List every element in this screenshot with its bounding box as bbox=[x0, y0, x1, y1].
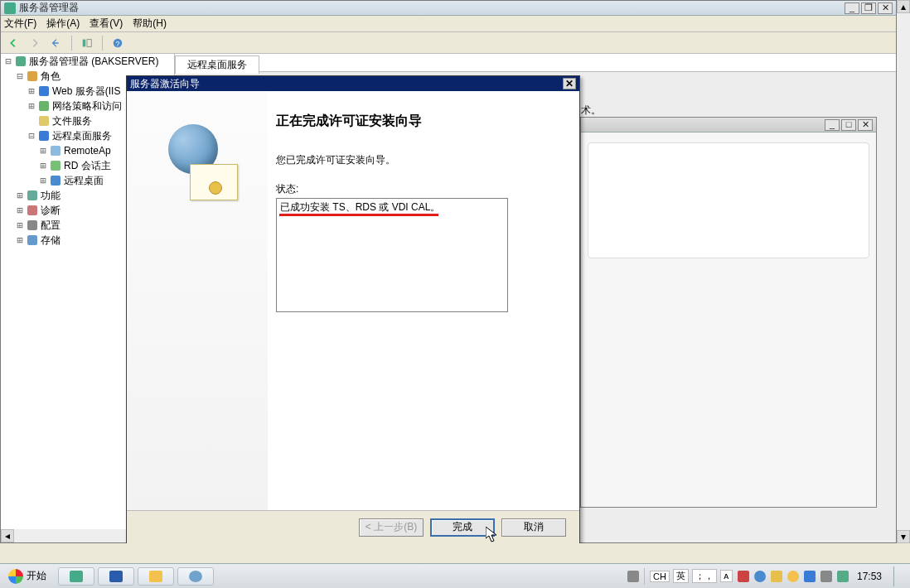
expand-icon[interactable]: ⊟ bbox=[26, 130, 37, 142]
tray-alert-icon[interactable] bbox=[771, 571, 782, 582]
wizard-message: 您已完成许可证安装向导。 bbox=[276, 153, 563, 167]
wizard-dialog: 服务器激活向导 ✕ 正在完成许可证安装向导 您已完成许可证安装向导。 状态: 已… bbox=[126, 75, 580, 544]
tray-help-icon[interactable] bbox=[754, 571, 766, 582]
close-button[interactable]: ✕ bbox=[878, 2, 893, 14]
expand-icon[interactable]: ⊞ bbox=[14, 234, 26, 246]
features-icon bbox=[26, 190, 39, 201]
close-button[interactable]: ✕ bbox=[858, 119, 873, 131]
expand-icon[interactable]: ⊞ bbox=[26, 100, 37, 112]
clock[interactable]: 17:53 bbox=[854, 571, 885, 582]
rds-icon bbox=[37, 130, 51, 142]
status-box: 已成功安装 TS、RDS 或 VDI CAL。 bbox=[276, 198, 508, 312]
ime-ch[interactable]: CH bbox=[650, 571, 670, 582]
menu-file[interactable]: 文件(F) bbox=[4, 17, 36, 31]
finish-button[interactable]: 完成 bbox=[430, 518, 495, 537]
scroll-down-icon[interactable]: ▾ bbox=[897, 530, 910, 543]
tray-shield-icon[interactable] bbox=[738, 571, 749, 582]
menu-action[interactable]: 操作(A) bbox=[46, 17, 80, 31]
expand-icon[interactable]: ⊞ bbox=[37, 160, 49, 171]
close-button[interactable]: ✕ bbox=[563, 78, 576, 89]
minimize-button[interactable]: _ bbox=[845, 2, 859, 14]
tree-files[interactable]: 文件服务 bbox=[52, 114, 92, 128]
toolbar: ? bbox=[1, 32, 896, 54]
iis-icon bbox=[37, 85, 51, 97]
nap-icon bbox=[37, 100, 51, 112]
tray-sound-icon[interactable] bbox=[820, 571, 832, 582]
file-icon bbox=[37, 115, 51, 127]
ime-bar[interactable]: CH 英 ；， ᴀ bbox=[650, 569, 733, 583]
back-button[interactable] bbox=[4, 35, 22, 51]
menu-help[interactable]: 帮助(H) bbox=[133, 17, 167, 31]
task-server-manager[interactable] bbox=[58, 567, 94, 586]
wizard-sidebar bbox=[127, 91, 268, 510]
wizard-title: 服务器激活向导 bbox=[130, 77, 200, 91]
tray-network-icon[interactable] bbox=[627, 571, 639, 582]
start-label: 开始 bbox=[27, 569, 46, 583]
tree-storage[interactable]: 存储 bbox=[41, 234, 61, 248]
task-licensing[interactable] bbox=[177, 567, 214, 586]
tree-remoteapp[interactable]: RemoteAp bbox=[64, 145, 111, 157]
wizard-graphic bbox=[152, 124, 243, 224]
tree-config[interactable]: 配置 bbox=[41, 219, 61, 233]
tree-roles[interactable]: 角色 bbox=[41, 70, 61, 84]
tree-rdhost[interactable]: RD 会话主 bbox=[64, 159, 111, 173]
tray-update-icon[interactable] bbox=[787, 571, 799, 582]
expand-icon[interactable]: ⊟ bbox=[2, 55, 14, 67]
tree-iis[interactable]: Web 服务器(IIS bbox=[52, 84, 120, 99]
svg-rect-0 bbox=[83, 39, 86, 46]
minimize-button[interactable]: _ bbox=[825, 119, 840, 131]
ime-punct[interactable]: ；， bbox=[692, 569, 717, 583]
content-tab[interactable]: 远程桌面服务 bbox=[175, 55, 259, 74]
ime-full[interactable]: ᴀ bbox=[720, 570, 733, 582]
show-hide-tree-button[interactable] bbox=[78, 35, 96, 51]
task-powershell[interactable] bbox=[98, 567, 134, 586]
content-tabs: 远程桌面服务 bbox=[175, 54, 896, 72]
scroll-track[interactable] bbox=[897, 13, 910, 530]
tree-root[interactable]: 服务器管理器 (BAKSERVER) bbox=[29, 55, 158, 69]
expand-icon[interactable]: ⊞ bbox=[14, 205, 26, 216]
forward-button[interactable] bbox=[26, 35, 44, 51]
toolbar-separator bbox=[102, 36, 103, 51]
roles-icon bbox=[26, 70, 39, 82]
expand-icon[interactable]: ⊞ bbox=[37, 175, 49, 186]
taskbar: 开始 CH 英 ；， ᴀ 17:53 bbox=[0, 563, 910, 588]
expand-icon[interactable]: ⊞ bbox=[37, 145, 49, 157]
config-icon bbox=[26, 219, 39, 231]
tree-diag[interactable]: 诊断 bbox=[41, 204, 61, 218]
expand-icon[interactable]: ⊞ bbox=[14, 190, 26, 201]
outer-vscroll[interactable]: ▴ ▾ bbox=[897, 0, 910, 543]
expand-icon[interactable]: ⊟ bbox=[14, 70, 26, 82]
remoteapp-icon bbox=[49, 145, 62, 157]
menu-view[interactable]: 查看(V) bbox=[90, 17, 123, 31]
tree-nap[interactable]: 网络策略和访问 bbox=[52, 99, 122, 113]
ime-lang[interactable]: 英 bbox=[673, 569, 689, 583]
system-tray: CH 英 ；， ᴀ 17:53 bbox=[622, 564, 910, 588]
help-button[interactable]: ? bbox=[109, 35, 127, 51]
cancel-button[interactable]: 取消 bbox=[501, 518, 566, 537]
sub-titlebar[interactable]: _ □ ✕ bbox=[581, 118, 876, 133]
frame-bottom bbox=[0, 543, 910, 563]
tray-net-icon[interactable] bbox=[804, 571, 816, 582]
expand-icon[interactable]: ⊞ bbox=[14, 219, 26, 231]
expand-icon[interactable]: ⊞ bbox=[26, 85, 37, 97]
scroll-up-icon[interactable]: ▴ bbox=[897, 0, 910, 13]
wizard-footer: < 上一步(B) 完成 取消 bbox=[127, 510, 579, 543]
scroll-left-icon[interactable]: ◂ bbox=[1, 529, 14, 542]
restore-button[interactable]: ❐ bbox=[861, 2, 876, 14]
tree-features[interactable]: 功能 bbox=[41, 189, 61, 203]
up-button[interactable] bbox=[47, 35, 65, 51]
highlight-underline bbox=[279, 214, 438, 216]
titlebar[interactable]: 服务器管理器 _ ❐ ✕ bbox=[1, 1, 896, 16]
tree-rds[interactable]: 远程桌面服务 bbox=[52, 129, 112, 143]
powershell-icon bbox=[109, 571, 123, 582]
sub-content bbox=[588, 142, 869, 258]
storage-icon bbox=[26, 234, 39, 246]
maximize-button[interactable]: □ bbox=[841, 119, 856, 131]
server-icon bbox=[14, 55, 27, 67]
start-button[interactable]: 开始 bbox=[0, 564, 55, 588]
tree-rdconn[interactable]: 远程桌面 bbox=[64, 174, 104, 188]
show-desktop-button[interactable] bbox=[893, 566, 905, 586]
task-explorer[interactable] bbox=[138, 567, 174, 586]
tray-misc-icon[interactable] bbox=[837, 571, 849, 582]
wizard-titlebar[interactable]: 服务器激活向导 ✕ bbox=[127, 76, 579, 91]
